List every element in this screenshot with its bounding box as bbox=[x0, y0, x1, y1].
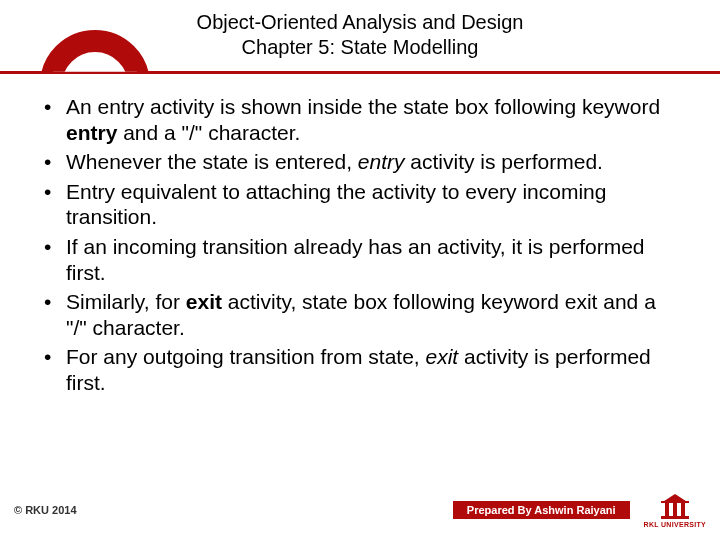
svg-rect-0 bbox=[661, 516, 689, 519]
list-item: Whenever the state is entered, entry act… bbox=[44, 149, 676, 175]
prepared-by-text: Prepared By Ashwin Raiyani bbox=[453, 501, 630, 519]
header-divider bbox=[0, 64, 720, 80]
logo-text: RKL UNIVERSITY bbox=[644, 521, 706, 528]
svg-rect-5 bbox=[661, 501, 689, 503]
svg-rect-2 bbox=[673, 503, 677, 516]
slide-footer: © RKU 2014 Prepared By Ashwin Raiyani RK… bbox=[0, 492, 720, 528]
svg-rect-3 bbox=[681, 503, 685, 516]
bullet-list: An entry activity is shown inside the st… bbox=[44, 94, 676, 396]
list-item: For any outgoing transition from state, … bbox=[44, 344, 676, 395]
copyright-text: © RKU 2014 bbox=[14, 504, 77, 516]
svg-rect-1 bbox=[665, 503, 669, 516]
list-item: An entry activity is shown inside the st… bbox=[44, 94, 676, 145]
list-item: Similarly, for exit activity, state box … bbox=[44, 289, 676, 340]
list-item: If an incoming transition already has an… bbox=[44, 234, 676, 285]
slide-body: An entry activity is shown inside the st… bbox=[0, 86, 720, 396]
logo-building-icon bbox=[657, 492, 693, 520]
list-item: Entry equivalent to attaching the activi… bbox=[44, 179, 676, 230]
university-logo: RKL UNIVERSITY bbox=[644, 492, 706, 528]
title-line-1: Object-Oriented Analysis and Design bbox=[20, 10, 700, 35]
